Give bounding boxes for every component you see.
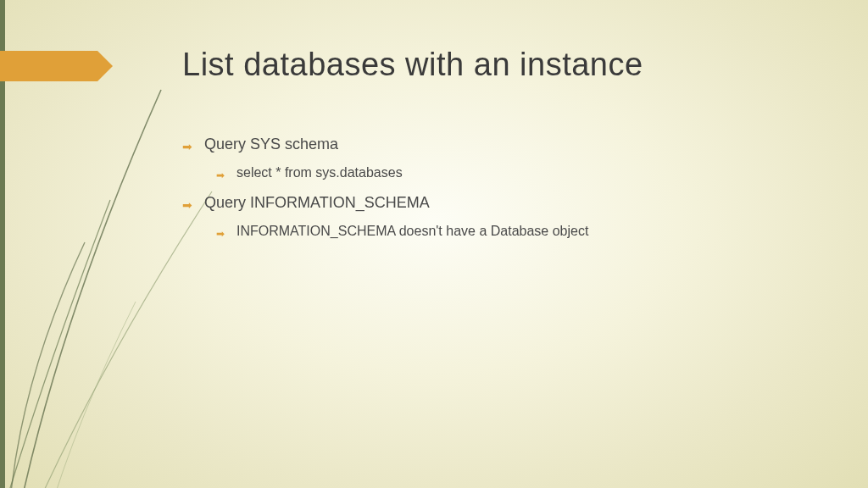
bullet-icon: ➡ — [216, 229, 225, 239]
bullet-icon: ➡ — [182, 199, 192, 211]
bullet-level1: ➡ Query INFORMATION_SCHEMA — [182, 194, 588, 212]
bullet-text: INFORMATION_SCHEMA doesn't have a Databa… — [236, 224, 588, 239]
bullet-level2: ➡ select * from sys.databases — [216, 165, 588, 180]
bullet-text: Query SYS schema — [204, 136, 338, 153]
bullet-text: select * from sys.databases — [236, 165, 403, 180]
bullet-icon: ➡ — [182, 141, 192, 152]
slide-content: ➡ Query SYS schema ➡ select * from sys.d… — [182, 136, 588, 252]
bullet-icon: ➡ — [216, 170, 225, 180]
bullet-text: Query INFORMATION_SCHEMA — [204, 194, 430, 212]
bullet-level2: ➡ INFORMATION_SCHEMA doesn't have a Data… — [216, 224, 588, 239]
slide-title: List databases with an instance — [182, 47, 643, 83]
arrow-banner — [0, 51, 97, 81]
bullet-level1: ➡ Query SYS schema — [182, 136, 588, 153]
